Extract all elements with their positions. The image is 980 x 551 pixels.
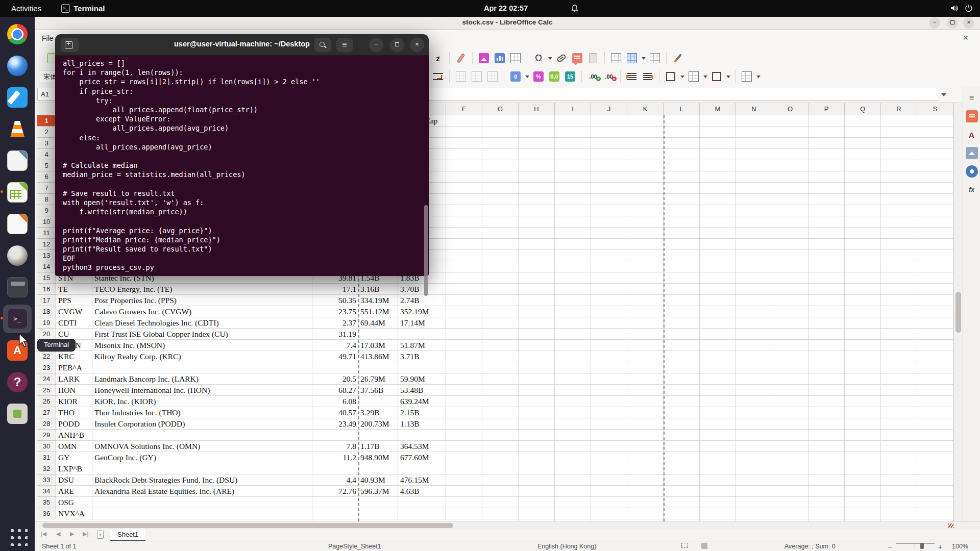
dock-item-vlc[interactable] <box>3 115 32 143</box>
freeze-rows-columns-icon[interactable] <box>609 52 623 65</box>
cell-A27[interactable]: THO <box>58 407 91 418</box>
border-style-icon[interactable] <box>687 70 700 83</box>
column-header-F[interactable]: F <box>446 103 482 115</box>
row-header-17[interactable]: 17 <box>37 295 56 306</box>
row-header-11[interactable]: 11 <box>37 228 56 239</box>
horizontal-scrollbar-thumb[interactable] <box>42 523 453 528</box>
cell-C30[interactable]: 7.8 <box>313 441 356 452</box>
cell-E28[interactable]: 1.13B <box>400 418 482 430</box>
terminal-scrollbar-thumb[interactable] <box>424 205 428 296</box>
column-header-R[interactable]: R <box>881 103 917 115</box>
activities-button[interactable]: Activities <box>7 0 45 17</box>
row-header-1[interactable]: 1 <box>37 115 56 127</box>
insert-comment-icon[interactable] <box>571 52 584 65</box>
cell-A23[interactable]: PEB^A <box>58 362 91 373</box>
merge-cells-icon[interactable] <box>470 70 483 83</box>
cell-A20[interactable]: CU <box>58 329 91 340</box>
column-header-M[interactable]: M <box>700 103 736 115</box>
unmerge-cells-icon[interactable] <box>486 70 499 83</box>
conditional-formatting-icon-dropdown[interactable] <box>756 76 761 78</box>
freeze-panes-icon[interactable] <box>648 52 662 65</box>
special-character-icon[interactable]: Ω <box>532 52 545 65</box>
row-header-9[interactable]: 9 <box>37 205 56 216</box>
zoom-in-icon[interactable]: + <box>938 543 942 551</box>
split-window-icon[interactable] <box>625 52 639 65</box>
cell-E17[interactable]: 2.74B <box>400 295 482 306</box>
cell-B20[interactable]: First Trust ISE Global Copper Index (CU) <box>94 329 452 340</box>
column-header-S[interactable]: S <box>917 103 953 115</box>
power-icon[interactable] <box>965 4 973 14</box>
dock-item-blue-globe[interactable] <box>3 52 32 80</box>
column-header-L[interactable]: L <box>664 103 700 115</box>
row-header-7[interactable]: 7 <box>37 183 56 194</box>
row-header-4[interactable]: 4 <box>37 149 56 160</box>
cell-E24[interactable]: 59.90M <box>400 373 482 385</box>
cell-C18[interactable]: 23.75 <box>313 306 356 317</box>
split-window-icon-dropdown[interactable] <box>642 57 646 60</box>
row-header-30[interactable]: 30 <box>37 441 56 452</box>
currency-format-icon[interactable]: 0 <box>509 70 522 83</box>
cell-A36[interactable]: NVX^A <box>58 508 91 519</box>
cell-A16[interactable]: TE <box>58 284 91 295</box>
dock-item-libreoffice-calc[interactable] <box>3 178 32 207</box>
show-applications-icon[interactable] <box>7 525 28 546</box>
minimize-button[interactable]: − <box>929 17 940 29</box>
row-header-34[interactable]: 34 <box>37 486 56 497</box>
column-header-O[interactable]: O <box>772 103 808 115</box>
search-icon[interactable] <box>314 38 331 52</box>
row-header-3[interactable]: 3 <box>37 138 56 149</box>
cell-A26[interactable]: KIOR <box>58 396 91 407</box>
terminal-maximize-button[interactable] <box>390 38 404 52</box>
cell-E33[interactable]: 476.15M <box>400 474 482 486</box>
cell-C17[interactable]: 50.35 <box>313 295 356 306</box>
increase-indent-icon[interactable] <box>625 70 639 83</box>
row-header-29[interactable]: 29 <box>37 430 56 441</box>
row-header-15[interactable]: 15 <box>37 272 56 284</box>
delete-decimal-icon[interactable]: .00× <box>602 70 616 83</box>
date-format-icon[interactable]: 15 <box>564 70 577 83</box>
close-button[interactable]: × <box>963 17 974 29</box>
hyperlink-icon[interactable] <box>555 52 568 65</box>
cell-A28[interactable]: PODD <box>58 418 91 430</box>
cell-E31[interactable]: 677.60M <box>400 452 482 463</box>
cell-C33[interactable]: 4.4 <box>313 474 356 486</box>
cell-C20[interactable]: 31.19 <box>313 329 356 340</box>
cell-C22[interactable]: 49.71 <box>313 351 356 362</box>
page-style-label[interactable]: PageStyle_Sheet1 <box>328 543 381 550</box>
cell-A17[interactable]: PPS <box>58 295 91 306</box>
clone-formatting-icon[interactable] <box>454 52 468 65</box>
clock[interactable]: Apr 22 02:57 <box>484 0 528 17</box>
merge-center-cells-icon[interactable] <box>454 70 468 83</box>
column-header-K[interactable]: K <box>627 103 664 115</box>
row-header-19[interactable]: 19 <box>37 317 56 329</box>
row-header-18[interactable]: 18 <box>37 306 56 317</box>
borders-icon[interactable] <box>664 70 677 83</box>
cell-C21[interactable]: 7.4 <box>313 340 356 351</box>
row-header-33[interactable]: 33 <box>37 474 56 486</box>
headers-footers-icon[interactable] <box>586 52 600 65</box>
cell-C16[interactable]: 17.1 <box>313 284 356 295</box>
zoom-slider-track[interactable] <box>896 543 935 544</box>
show-draw-functions-icon[interactable] <box>671 52 684 65</box>
column-header-J[interactable]: J <box>591 103 627 115</box>
cell-A30[interactable]: OMN <box>58 441 91 452</box>
row-header-36[interactable]: 36 <box>37 508 56 519</box>
select-all-corner[interactable] <box>37 103 56 115</box>
decrease-indent-icon[interactable] <box>641 70 654 83</box>
column-header-G[interactable]: G <box>482 103 519 115</box>
column-header-I[interactable]: I <box>555 103 591 115</box>
zoom-percent-label[interactable]: 100% <box>952 543 968 550</box>
terminal-close-button[interactable]: × <box>410 38 424 52</box>
cell-A24[interactable]: LARK <box>58 373 91 385</box>
cell-C27[interactable]: 40.57 <box>313 407 356 418</box>
terminal-output-area[interactable]: all_prices = [] for i in range(1, len(ro… <box>55 56 429 276</box>
dock-item-libreoffice-impress[interactable] <box>3 210 32 238</box>
currency-format-icon-dropdown[interactable] <box>525 76 529 78</box>
dock-item-gimp[interactable] <box>3 241 32 270</box>
dock-item-help[interactable]: ? <box>3 368 32 396</box>
document-modified-icon[interactable] <box>701 543 707 549</box>
row-header-27[interactable]: 27 <box>37 407 56 418</box>
cell-C19[interactable]: 2.37 <box>313 317 356 329</box>
volume-icon[interactable] <box>950 4 959 14</box>
row-header-16[interactable]: 16 <box>37 284 56 295</box>
